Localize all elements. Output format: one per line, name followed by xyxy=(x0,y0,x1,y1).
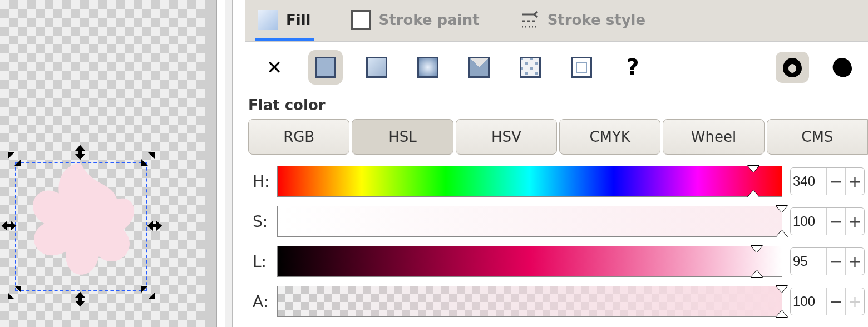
tab-fill[interactable]: Fill xyxy=(255,0,314,40)
resize-handle-bottom-right[interactable] xyxy=(139,284,157,301)
alpha-input[interactable] xyxy=(791,288,826,315)
x-icon: ✕ xyxy=(267,56,283,78)
svg-marker-0 xyxy=(8,152,21,166)
pattern-icon xyxy=(468,57,490,78)
color-mode-bar: RGB HSL HSV CMYK Wheel CMS xyxy=(245,117,868,157)
alpha-spinbox: − + xyxy=(790,288,865,315)
lightness-input[interactable] xyxy=(791,248,826,275)
panel-scrollbar[interactable] xyxy=(225,0,233,327)
svg-marker-5 xyxy=(8,286,21,299)
saturation-decrement[interactable]: − xyxy=(826,208,845,235)
paint-radial-gradient-button[interactable] xyxy=(411,50,445,85)
alpha-row: A: − + xyxy=(245,281,868,321)
resize-handle-bottom[interactable] xyxy=(71,290,89,308)
stroke-paint-icon xyxy=(351,10,371,30)
selected-shape[interactable] xyxy=(18,157,143,290)
flat-color-icon xyxy=(315,57,336,78)
hue-spinbox: − + xyxy=(790,167,865,195)
paint-section-label: Flat color xyxy=(245,93,868,117)
mesh-gradient-icon xyxy=(520,57,541,78)
alpha-decrement[interactable]: − xyxy=(826,288,845,315)
color-sliders: H: − + S: − xyxy=(245,157,868,321)
pane-separator xyxy=(205,0,245,327)
mode-wheel-button[interactable]: Wheel xyxy=(663,119,764,155)
hue-input[interactable] xyxy=(791,168,826,195)
question-icon: ? xyxy=(626,54,639,80)
resize-handle-top-left[interactable] xyxy=(6,150,23,168)
saturation-label: S: xyxy=(245,212,277,231)
fill-rule-button[interactable] xyxy=(776,52,809,83)
saturation-spinbox: − + xyxy=(790,207,865,235)
resize-handle-top-right[interactable] xyxy=(139,150,157,168)
paint-unknown-button[interactable]: ? xyxy=(615,50,650,85)
tab-stroke-paint[interactable]: Stroke paint xyxy=(348,0,483,40)
stroke-style-icon xyxy=(520,10,540,30)
svg-marker-4 xyxy=(147,221,162,231)
tab-fill-label: Fill xyxy=(286,12,311,28)
resize-handle-top[interactable] xyxy=(71,143,89,161)
lightness-increment[interactable]: + xyxy=(845,248,864,275)
alpha-increment[interactable]: + xyxy=(845,288,864,315)
saturation-row: S: − + xyxy=(245,201,868,241)
radial-gradient-icon xyxy=(417,57,438,78)
tabstrip: Fill Stroke paint Stroke style xyxy=(245,0,868,41)
alpha-label: A: xyxy=(245,293,277,311)
lightness-row: L: − + xyxy=(245,241,868,281)
paint-mesh-button[interactable] xyxy=(513,50,548,85)
paint-type-row: ✕ ? xyxy=(245,41,868,93)
alpha-slider[interactable] xyxy=(277,286,782,317)
mode-cms-button[interactable]: CMS xyxy=(767,119,868,155)
mode-rgb-button[interactable]: RGB xyxy=(248,119,349,155)
svg-marker-3 xyxy=(2,221,17,231)
saturation-marker-bottom xyxy=(776,230,787,237)
resize-handle-left[interactable] xyxy=(0,217,18,235)
resize-handle-bottom-left[interactable] xyxy=(6,284,23,301)
fill-stroke-panel: Fill Stroke paint Stroke style ✕ ? xyxy=(245,0,868,327)
tab-stroke-style[interactable]: Stroke style xyxy=(516,0,649,40)
svg-marker-1 xyxy=(75,145,85,160)
saturation-increment[interactable]: + xyxy=(845,208,864,235)
saturation-input[interactable] xyxy=(791,208,826,235)
fill-rule-solid-icon xyxy=(831,56,853,78)
hue-marker-bottom xyxy=(748,190,759,197)
lightness-marker-top xyxy=(751,246,762,252)
tab-stroke-style-label: Stroke style xyxy=(548,12,646,28)
lightness-marker-bottom xyxy=(751,270,762,277)
lightness-spinbox: − + xyxy=(790,247,865,275)
hue-row: H: − + xyxy=(245,161,868,201)
svg-marker-7 xyxy=(141,286,155,299)
fill-rule-hole-icon xyxy=(781,56,803,78)
mode-hsv-button[interactable]: HSV xyxy=(456,119,557,155)
hue-decrement[interactable]: − xyxy=(826,168,845,195)
fill-rule-solid-button[interactable] xyxy=(828,53,856,81)
linear-gradient-icon xyxy=(366,57,387,78)
vertical-scrollbar[interactable] xyxy=(205,0,217,327)
lightness-decrement[interactable]: − xyxy=(826,248,845,275)
lightness-label: L: xyxy=(245,252,277,271)
swatch-icon xyxy=(571,57,592,78)
paint-none-button[interactable]: ✕ xyxy=(257,50,292,85)
tab-stroke-paint-label: Stroke paint xyxy=(379,12,480,28)
saturation-marker-top xyxy=(776,206,787,212)
paint-flat-button[interactable] xyxy=(308,50,343,85)
paint-pattern-button[interactable] xyxy=(462,50,496,85)
mode-cmyk-button[interactable]: CMYK xyxy=(559,119,660,155)
hue-increment[interactable]: + xyxy=(845,168,864,195)
fill-icon xyxy=(258,10,278,30)
lightness-slider[interactable] xyxy=(277,246,782,277)
paint-swatch-button[interactable] xyxy=(564,50,599,85)
hue-label: H: xyxy=(245,172,277,191)
paint-linear-gradient-button[interactable] xyxy=(359,50,394,85)
hue-slider[interactable] xyxy=(277,166,782,197)
hue-marker-top xyxy=(748,166,759,172)
canvas[interactable] xyxy=(0,0,205,327)
svg-marker-6 xyxy=(75,292,85,307)
svg-marker-2 xyxy=(141,152,155,166)
resize-handle-right[interactable] xyxy=(146,217,164,235)
alpha-marker-bottom xyxy=(776,310,787,317)
saturation-slider[interactable] xyxy=(277,206,782,237)
alpha-marker-top xyxy=(776,286,787,293)
mode-hsl-button[interactable]: HSL xyxy=(352,119,453,155)
